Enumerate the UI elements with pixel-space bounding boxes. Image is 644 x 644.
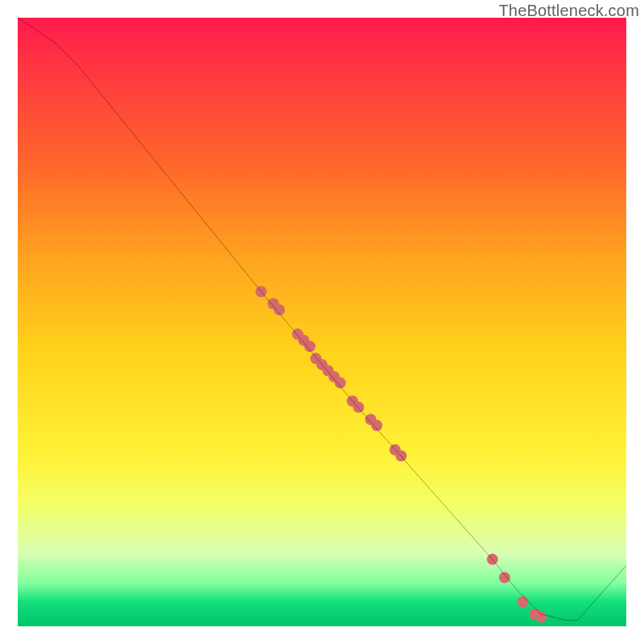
chart-stage: TheBottleneck.com	[0, 0, 644, 644]
chart-line	[18, 18, 626, 620]
chart-marker	[517, 597, 528, 608]
chart-markers-group	[255, 286, 547, 622]
chart-marker	[535, 612, 547, 623]
watermark-text: TheBottleneck.com	[498, 2, 639, 20]
chart-marker	[304, 341, 316, 352]
chart-marker	[335, 378, 346, 389]
chart-marker	[371, 420, 382, 431]
chart-marker	[353, 402, 364, 413]
chart-overlay-svg	[18, 18, 626, 626]
chart-marker	[274, 304, 285, 316]
chart-marker	[499, 572, 510, 584]
